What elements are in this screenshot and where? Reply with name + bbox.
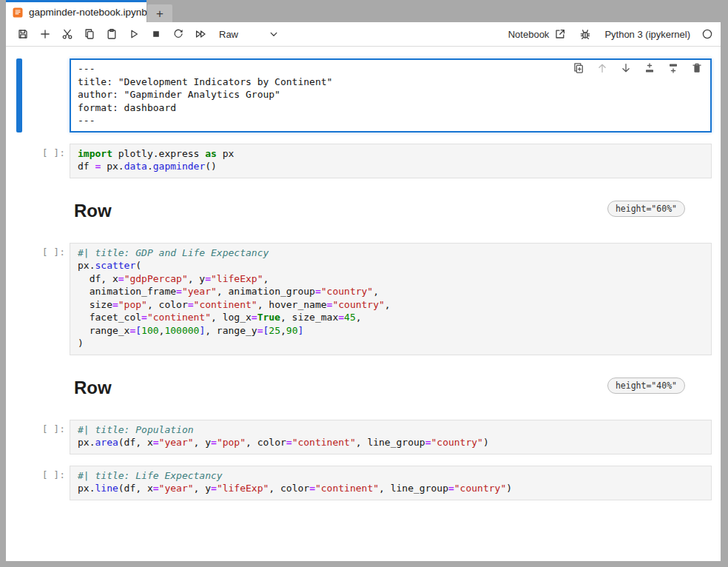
- paste-cell-icon[interactable]: [101, 24, 123, 44]
- markdown-cell[interactable]: Rowheight="40%": [6, 366, 712, 409]
- cut-cell-icon[interactable]: [56, 24, 78, 44]
- cell-editor[interactable]: import plotly.express as pxdf = px.data.…: [70, 144, 712, 178]
- heading-attribute-badge: height="40%": [607, 378, 685, 394]
- add-cell-icon[interactable]: [34, 24, 56, 44]
- notebook-file-icon: [12, 7, 24, 19]
- run-all-icon[interactable]: [189, 24, 212, 44]
- cell-editor-area: #| title: GDP and Life Expectancypx.scat…: [70, 243, 712, 355]
- open-in-notebook-link[interactable]: Notebook: [508, 28, 567, 40]
- insert-above-icon[interactable]: [644, 62, 655, 74]
- cell-editor-area: import plotly.express as pxdf = px.data.…: [70, 144, 712, 178]
- debugger-bug-icon[interactable]: [577, 24, 593, 44]
- notebook-scroll-area[interactable]: ---title: "Development Indicators by Con…: [6, 47, 721, 561]
- toolbar-right: Notebook Python 3 (ipykernel): [508, 24, 713, 44]
- cell-prompt: [ ]:: [42, 147, 65, 158]
- cell-gutter: [ ]:: [6, 466, 70, 500]
- cell-prompt: [ ]:: [42, 423, 65, 435]
- kernel-status-icon[interactable]: [701, 28, 713, 40]
- code-line: import plotly.express as px: [78, 147, 705, 161]
- move-down-icon[interactable]: [620, 62, 632, 74]
- notebook-link-label: Notebook: [508, 29, 550, 40]
- code-line: author: "Gapminder Analytics Group": [78, 88, 705, 101]
- run-icon[interactable]: [123, 24, 145, 44]
- raw-cell[interactable]: ---title: "Development Indicators by Con…: [6, 58, 712, 132]
- cell-gutter: [ ]:: [6, 243, 70, 355]
- restart-kernel-icon[interactable]: [167, 24, 189, 44]
- cell-editor[interactable]: #| title: GDP and Life Expectancypx.scat…: [70, 243, 712, 355]
- cell-gutter: [ ]:: [6, 420, 70, 454]
- markdown-rendered: Rowheight="40%": [70, 366, 712, 409]
- notebook-cells: ---title: "Development Indicators by Con…: [6, 58, 721, 500]
- cell-gutter: [6, 189, 70, 232]
- cell-type-value: Raw: [219, 29, 238, 40]
- external-link-icon: [554, 28, 566, 40]
- delete-cell-icon[interactable]: [691, 62, 703, 74]
- stop-icon[interactable]: [145, 24, 167, 44]
- heading-attribute-badge: height="60%": [607, 201, 685, 217]
- tab-bar: gapminder-notebook.ipynb × +: [6, 0, 721, 22]
- code-line: animation_frame="year", animation_group=…: [78, 285, 705, 298]
- markdown-rendered: Rowheight="60%": [70, 189, 712, 232]
- code-cell[interactable]: [ ]:#| title: GDP and Life Expectancypx.…: [6, 243, 712, 355]
- kernel-name[interactable]: Python 3 (ipykernel): [604, 29, 690, 40]
- notebook-toolbar: Raw Notebook Python 3 (ipykernel): [6, 22, 721, 47]
- cell-editor[interactable]: #| title: Life Expectancypx.line(df, x="…: [70, 466, 712, 500]
- chevron-down-icon: [268, 28, 280, 40]
- code-line: ): [78, 337, 705, 350]
- cell-toolbar: [573, 62, 703, 74]
- section-heading: Row: [74, 377, 112, 398]
- code-cell[interactable]: [ ]:import plotly.express as pxdf = px.d…: [6, 144, 712, 178]
- copy-cell-icon[interactable]: [78, 24, 101, 44]
- cell-editor-area: #| title: Populationpx.area(df, x="year"…: [70, 420, 712, 454]
- code-line: #| title: GDP and Life Expectancy: [78, 246, 705, 260]
- cell-editor-area: #| title: Life Expectancypx.line(df, x="…: [70, 466, 712, 500]
- cell-gutter: [6, 58, 70, 132]
- tab-title: gapminder-notebook.ipynb: [29, 7, 147, 18]
- notebook-tab[interactable]: gapminder-notebook.ipynb ×: [6, 0, 146, 22]
- code-line: #| title: Life Expectancy: [78, 469, 705, 483]
- code-line: df, x="gdpPercap", y="lifeExp",: [78, 272, 705, 286]
- app-window: gapminder-notebook.ipynb × + Raw Noteboo…: [6, 0, 721, 561]
- toolbar-left: [12, 24, 212, 44]
- code-cell[interactable]: [ ]:#| title: Life Expectancypx.line(df,…: [6, 466, 712, 500]
- code-line: px.line(df, x="year", y="lifeExp", color…: [78, 482, 705, 495]
- code-line: range_x=[100,100000], range_y=[25,90]: [78, 324, 705, 338]
- section-heading: Row: [74, 200, 112, 221]
- code-line: px.scatter(: [78, 259, 705, 272]
- cell-prompt: [ ]:: [42, 469, 65, 480]
- insert-below-icon[interactable]: [667, 62, 679, 74]
- code-line: title: "Development Indicators by Contin…: [78, 76, 705, 89]
- cell-gutter: [6, 366, 70, 409]
- code-line: format: dashboard: [78, 101, 705, 115]
- notebook-panel: Raw Notebook Python 3 (ipykernel) ---tit…: [6, 22, 721, 561]
- save-icon[interactable]: [12, 24, 34, 44]
- cell-type-selector[interactable]: Raw: [219, 28, 280, 40]
- code-line: facet_col="continent", log_x=True, size_…: [78, 311, 705, 324]
- move-up-icon[interactable]: [596, 62, 608, 74]
- code-line: px.area(df, x="year", y="pop", color="co…: [78, 436, 705, 449]
- cell-gutter: [ ]:: [6, 144, 70, 178]
- new-tab-button[interactable]: +: [147, 4, 172, 22]
- code-line: df = px.data.gapminder(): [78, 160, 705, 173]
- cell-editor-area: ---title: "Development Indicators by Con…: [70, 58, 712, 132]
- code-line: size="pop", color="continent", hover_nam…: [78, 298, 705, 312]
- cell-prompt: [ ]:: [42, 246, 65, 258]
- code-cell[interactable]: [ ]:#| title: Populationpx.area(df, x="y…: [6, 420, 712, 454]
- code-line: ---: [78, 114, 705, 127]
- duplicate-cell-icon[interactable]: [573, 62, 584, 74]
- cell-collapser[interactable]: [16, 58, 22, 132]
- code-line: #| title: Population: [78, 423, 705, 437]
- cell-editor[interactable]: #| title: Populationpx.area(df, x="year"…: [70, 420, 712, 454]
- markdown-cell[interactable]: Rowheight="60%": [6, 189, 712, 232]
